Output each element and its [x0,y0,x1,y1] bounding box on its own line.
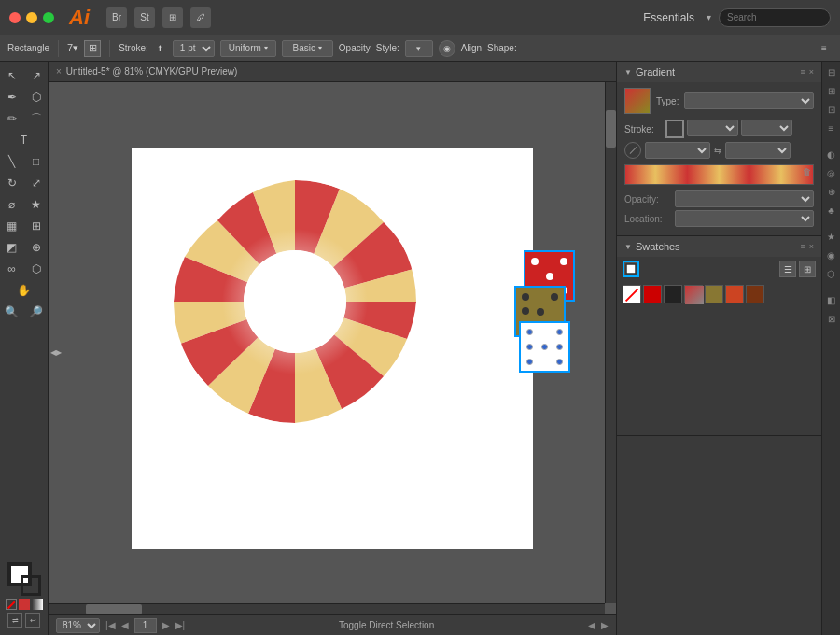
gradient-tool[interactable]: ◩ [1,237,23,258]
stroke-mini-select-1[interactable] [687,120,738,136]
canvas-left-arrow[interactable]: ◀▶ [50,348,62,357]
swatch-none[interactable] [623,285,641,303]
document-tab-title[interactable]: Untitled-5* @ 81% (CMYK/GPU Preview) [66,66,238,77]
essentials-chevron[interactable]: ▾ [707,12,711,22]
swatches-menu-icon[interactable]: ≡ [800,242,805,251]
grid-view-btn[interactable]: ⊞ [799,261,816,277]
status-right-arrow[interactable]: ▶ [601,620,609,630]
type-tool-row-2[interactable]: ⬡ [25,87,48,107]
pathfinder-icon[interactable]: ⊡ [825,103,838,116]
graphic-styles-icon[interactable]: ♣ [825,204,838,217]
gradient-bar[interactable]: 🗑 [624,164,814,185]
rotate-tool[interactable]: ↻ [1,173,23,193]
stroke-value-select[interactable]: 1 pt [173,40,215,57]
brushes-icon[interactable]: ◉ [825,248,838,261]
swatches-icon-strip[interactable]: ⬡ [825,267,838,280]
search-input[interactable] [719,8,831,27]
stock-icon[interactable]: St [134,7,155,28]
live-paint-tool[interactable]: ⬡ [25,259,48,279]
eyedropper-tool[interactable]: ⊕ [25,237,48,258]
layers-icon[interactable]: ◧ [825,293,838,306]
delete-gradient-icon[interactable]: 🗑 [803,167,811,176]
warp-tool[interactable]: ⌀ [1,194,23,215]
none-swatch[interactable] [6,599,17,610]
swatch-olive[interactable] [705,285,723,303]
gradient-menu-icon[interactable]: ≡ [800,67,805,77]
type-tool[interactable]: T [1,130,48,150]
zoom-tool-2[interactable]: 🔎 [25,302,48,322]
swatch-gradient-1[interactable] [684,285,703,303]
gradient-type-select[interactable] [684,92,814,109]
nav-last[interactable]: ▶| [175,620,186,630]
nav-prev[interactable]: ◀ [121,620,129,630]
swap-colors-icon[interactable]: ⇌ [7,613,22,628]
style-selector[interactable]: ▾ [405,40,433,57]
angle-select[interactable] [645,142,710,159]
mesh-tool[interactable]: ⊞ [25,216,48,236]
horizontal-scrollbar[interactable] [49,603,605,614]
zoom-tool[interactable]: 🔍 [1,302,23,322]
color-icon[interactable]: ◐ [825,148,838,161]
red-swatch[interactable] [19,599,30,610]
shape-number-box[interactable]: 7▾ [67,42,78,54]
zoom-select[interactable]: 81% [56,618,100,633]
pen-tool[interactable]: ✒ [1,87,23,107]
status-left-arrow[interactable]: ◀ [588,620,595,630]
scale-tool[interactable]: ⤢ [25,173,48,193]
pencil-tool[interactable]: ✏ [1,108,23,129]
hand-tool[interactable]: ✋ [1,280,48,301]
angle-select-2[interactable] [725,142,791,159]
stroke-style-uniform[interactable]: Uniform▾ [220,40,276,57]
column-graph-tool[interactable]: ▦ [1,216,23,236]
opacity-select[interactable] [675,190,814,207]
transform-icon[interactable]: ⊞ [825,84,838,97]
vertical-scrollbar[interactable] [605,82,616,603]
location-select[interactable] [675,210,814,227]
brush-tool[interactable]: ⌒ [25,108,48,129]
maximize-button[interactable] [43,12,54,23]
workspace-icon[interactable]: ⊞ [162,7,183,28]
gradient-close-icon[interactable]: × [809,67,814,77]
close-button[interactable] [9,12,21,23]
canvas-wrapper[interactable]: ◀▶ [49,82,616,614]
blend-tool[interactable]: ∞ [1,259,23,279]
align-icon[interactable]: ⊟ [825,65,838,78]
paintbrush-icon[interactable]: 🖊 [190,7,211,28]
swatch-red-orange[interactable] [725,285,744,303]
gradient-swatch[interactable] [32,599,43,610]
page-number-input[interactable] [134,618,157,633]
swatches-close-icon[interactable]: × [809,242,814,251]
stroke-icon-1[interactable] [665,120,684,138]
line-tool[interactable]: ╲ [1,151,23,172]
swatch-black[interactable] [664,285,682,303]
appearance-icon[interactable]: ⊕ [825,185,838,198]
stroke-arrow[interactable]: ⬆ [154,42,167,55]
toolbar-options-icon[interactable]: ≡ [816,40,833,57]
angle-icon[interactable] [624,142,641,159]
swatch-red[interactable] [643,285,662,303]
reverse-icon[interactable]: ⇆ [714,146,721,155]
default-colors-icon[interactable]: ↩ [25,613,40,628]
stroke-mini-select-2[interactable] [741,120,792,136]
bridge-icon[interactable]: Br [106,7,127,28]
nav-next[interactable]: ▶ [162,620,170,630]
gradient-collapse-icon[interactable]: ▼ [624,68,632,77]
symbol-tool[interactable]: ★ [25,194,48,215]
stroke-panel-icon[interactable]: ≡ [825,121,838,134]
select-tool[interactable]: ↖ [1,65,23,86]
tab-close-button[interactable]: × [56,66,62,77]
direct-select-tool[interactable]: ↗ [25,65,48,86]
symbols-icon[interactable]: ★ [825,230,838,243]
gradient-swatch-preview[interactable] [624,88,651,114]
shape-tool[interactable]: □ [25,151,48,172]
shape-option-icon[interactable]: ⊞ [84,40,101,57]
fill-swatch-btn[interactable] [623,261,639,277]
globe-icon[interactable]: ◉ [439,40,455,57]
stroke-box[interactable] [21,575,41,596]
nav-first[interactable]: |◀ [105,620,116,630]
swatches-collapse-icon[interactable]: ▼ [624,243,632,251]
stroke-profile-basic[interactable]: Basic▾ [282,40,333,57]
minimize-button[interactable] [26,12,37,23]
list-view-btn[interactable]: ☰ [779,261,796,277]
artboards-icon[interactable]: ⊠ [825,312,838,325]
